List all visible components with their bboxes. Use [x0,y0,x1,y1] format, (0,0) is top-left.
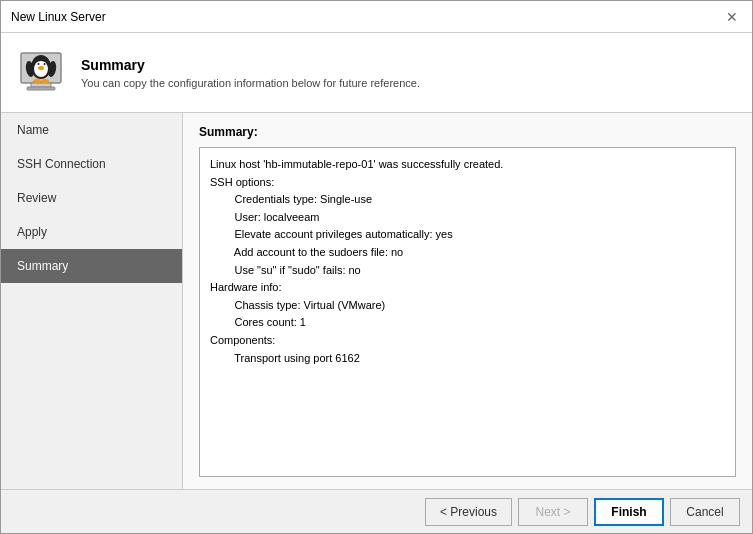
finish-button[interactable]: Finish [594,498,664,526]
window-title: New Linux Server [11,10,106,24]
sidebar-item-ssh-connection[interactable]: SSH Connection [1,147,182,181]
previous-button[interactable]: < Previous [425,498,512,526]
header-section: Summary You can copy the configuration i… [1,33,752,113]
sidebar-item-apply[interactable]: Apply [1,215,182,249]
header-text: Summary You can copy the configuration i… [81,57,420,89]
sidebar-item-name[interactable]: Name [1,113,182,147]
title-bar: New Linux Server ✕ [1,1,752,33]
sidebar-item-summary[interactable]: Summary [1,249,182,283]
svg-point-13 [41,79,49,83]
sidebar-item-review[interactable]: Review [1,181,182,215]
sidebar: Name SSH Connection Review Apply Summary [1,113,183,489]
close-button[interactable]: ✕ [722,7,742,27]
summary-label: Summary: [199,125,736,139]
main-window: New Linux Server ✕ [0,0,753,534]
footer: < Previous Next > Finish Cancel [1,489,752,533]
linux-penguin-icon [17,49,65,97]
svg-point-7 [38,63,40,65]
svg-rect-1 [31,83,51,87]
svg-point-9 [38,66,44,70]
header-icon [17,49,65,97]
svg-point-12 [33,79,41,83]
svg-point-8 [44,63,46,65]
title-bar-left: New Linux Server [11,10,106,24]
summary-box[interactable]: Linux host 'hb-immutable-repo-01' was su… [199,147,736,477]
header-title: Summary [81,57,420,73]
header-subtitle: You can copy the configuration informati… [81,77,420,89]
cancel-button[interactable]: Cancel [670,498,740,526]
next-button[interactable]: Next > [518,498,588,526]
svg-rect-2 [27,87,55,90]
main-content: Summary: Linux host 'hb-immutable-repo-0… [183,113,752,489]
content-area: Name SSH Connection Review Apply Summary… [1,113,752,489]
